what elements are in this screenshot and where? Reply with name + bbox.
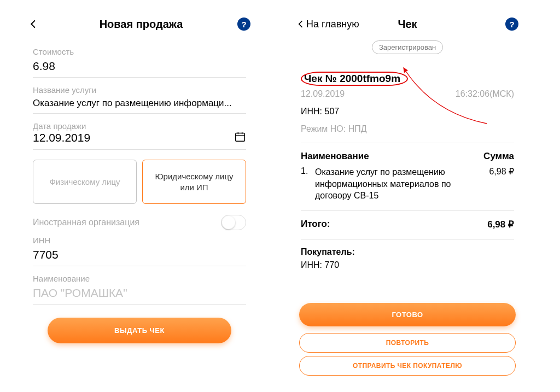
form: Стоимость 6.98 Название услуги Оказание … xyxy=(22,37,257,381)
col-name: Наименование xyxy=(301,151,369,162)
item-amount: 6,98 ₽ xyxy=(489,166,514,202)
screen-receipt: На главную Чек ? Зарегистрирован Чек № 2… xyxy=(290,11,525,381)
name-input[interactable]: ПАО "РОМАШКА" xyxy=(33,283,246,305)
repeat-button[interactable]: Повторить xyxy=(299,333,516,353)
total-label: Итого: xyxy=(301,219,330,230)
send-receipt-button[interactable]: Отправить чек покупателю xyxy=(299,356,516,376)
screen-new-sale: Новая продажа ? Стоимость 6.98 Название … xyxy=(22,11,257,381)
page-title: Новая продажа xyxy=(100,18,183,31)
item-index: 1. xyxy=(301,166,315,202)
receipt-datetime: 12.09.2019 16:32:06(МСК) xyxy=(301,89,514,99)
buyer-label: Покупатель: xyxy=(301,247,514,257)
foreign-toggle[interactable] xyxy=(221,215,246,230)
receipt-body: Зарегистрирован Чек № 2000tfmo9m 12.09.2… xyxy=(290,37,525,299)
check-number: Чек № 2000tfmo9m xyxy=(301,72,408,86)
page-title: Чек xyxy=(398,18,417,31)
tax-regime: Режим НО: НПД xyxy=(301,124,514,134)
chevron-left-icon xyxy=(296,20,305,28)
inn-label: ИНН xyxy=(33,236,246,245)
calendar-icon[interactable] xyxy=(234,131,246,145)
item-name: Оказание услуг по размещению информацион… xyxy=(315,166,489,202)
back-home-button[interactable]: На главную xyxy=(296,19,359,30)
cost-input[interactable]: 6.98 xyxy=(33,56,246,78)
seller-inn: ИНН: 507 xyxy=(301,107,514,116)
receipt-date: 12.09.2019 xyxy=(301,89,345,99)
help-button[interactable]: ? xyxy=(505,17,518,31)
done-button[interactable]: Готово xyxy=(299,303,516,326)
header: Новая продажа ? xyxy=(22,11,257,37)
receipt-item: 1. Оказание услуг по размещению информац… xyxy=(301,166,514,202)
foreign-org-row: Иностранная организация xyxy=(33,215,246,230)
buyer-inn: ИНН: 770 xyxy=(301,260,514,270)
date-value: 12.09.2019 xyxy=(33,131,90,144)
cost-label: Стоимость xyxy=(33,47,246,56)
total-amount: 6,98 ₽ xyxy=(487,219,514,230)
date-label: Дата продажи xyxy=(33,121,246,131)
choice-individual[interactable]: Физическому лицу xyxy=(33,160,137,204)
service-label: Название услуги xyxy=(33,85,246,95)
divider xyxy=(301,239,514,239)
back-button[interactable] xyxy=(28,19,45,29)
col-sum: Сумма xyxy=(483,151,514,162)
name-label: Наименование xyxy=(33,274,246,283)
divider xyxy=(301,210,514,211)
inn-input[interactable]: 7705 xyxy=(33,245,246,266)
status-badge: Зарегистрирован xyxy=(372,40,443,54)
foreign-label: Иностранная организация xyxy=(33,218,139,227)
payer-type-selector: Физическому лицу Юридическому лицу или И… xyxy=(33,160,246,204)
receipt-actions: Готово Повторить Отправить чек покупател… xyxy=(290,299,525,381)
total-row: Итого: 6,98 ₽ xyxy=(301,219,514,230)
service-input[interactable]: Оказание услуг по размещению информаци..… xyxy=(33,95,246,114)
divider xyxy=(301,143,514,143)
receipt-time: 16:32:06(МСК) xyxy=(456,89,514,99)
choice-legal[interactable]: Юридическому лицу или ИП xyxy=(142,160,246,204)
date-input[interactable]: 12.09.2019 xyxy=(33,131,246,150)
header: На главную Чек ? xyxy=(290,11,525,37)
submit-button[interactable]: Выдать чек xyxy=(48,318,231,343)
svg-rect-0 xyxy=(236,133,245,142)
items-header: Наименование Сумма xyxy=(301,151,514,162)
help-button[interactable]: ? xyxy=(237,17,250,31)
back-home-label: На главную xyxy=(306,19,359,30)
chevron-left-icon xyxy=(28,19,38,29)
